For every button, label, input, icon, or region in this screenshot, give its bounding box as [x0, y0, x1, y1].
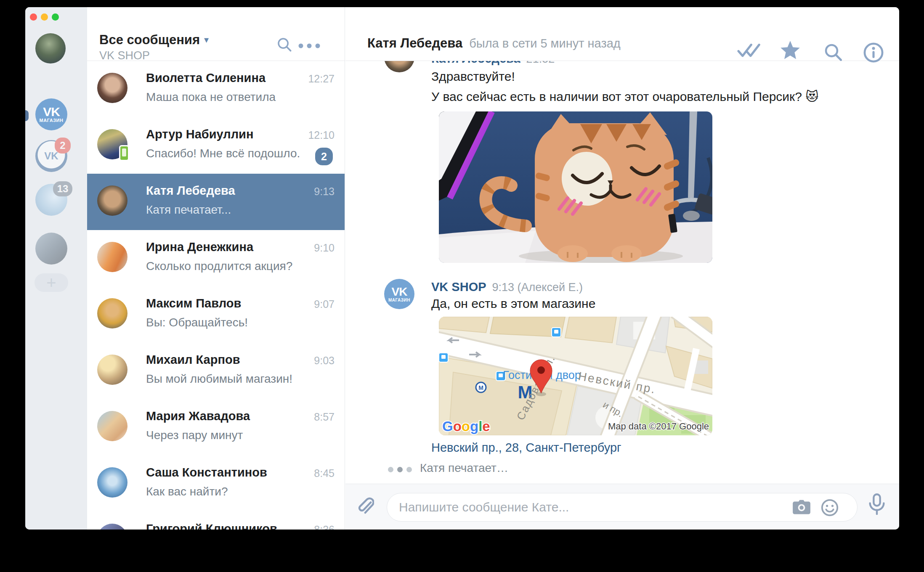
bus-stop-icon	[439, 353, 448, 362]
bus-stop-icon	[552, 328, 561, 337]
unread-badge: 2	[55, 138, 71, 154]
avatar[interactable]	[384, 61, 414, 72]
minimize-window-button[interactable]	[41, 13, 48, 21]
chat-row-artur[interactable]: Артур Набиуллин Спасибо! Мне всё подошло…	[87, 117, 345, 174]
window-controls	[30, 13, 59, 21]
avatar	[97, 185, 127, 216]
avatar	[97, 355, 127, 385]
message-text: Да, он есть в этом магазине	[431, 297, 595, 311]
message-text: У вас сейчас есть в наличии вот этот оча…	[431, 89, 819, 104]
unread-badge: 2	[315, 148, 333, 165]
typing-dots	[388, 467, 412, 472]
sidebar-item-vk-shop[interactable]: VK МАГАЗИН	[35, 98, 67, 130]
favorites-star-icon[interactable]	[780, 41, 800, 60]
zoom-window-button[interactable]	[52, 13, 59, 21]
avatar	[97, 242, 127, 272]
avatar	[97, 73, 127, 103]
vk-shop-avatar: VK МАГАЗИН	[35, 98, 67, 130]
author-link[interactable]: VK SHOP	[431, 280, 486, 294]
current-community-label: VK SHOP	[99, 49, 150, 62]
avatar	[97, 411, 127, 441]
conversation-panel: Катя Лебедевабыла в сети 5 минут назад К…	[345, 7, 899, 530]
vk-logo: VK	[392, 286, 407, 298]
mark-read-icon[interactable]	[737, 42, 761, 58]
search-in-chat-icon[interactable]	[823, 42, 843, 62]
sidebar-item-community-2[interactable]	[35, 233, 67, 265]
user-avatar[interactable]	[35, 33, 66, 64]
address-link[interactable]: Невский пр., 28, Санкт-Петербург	[431, 441, 621, 455]
svg-text:М: М	[478, 384, 483, 391]
voice-message-mic-icon[interactable]	[868, 493, 885, 519]
typing-status: Катя печатает…	[420, 461, 508, 475]
map-attribution: Map data ©2017 Google	[608, 421, 709, 432]
peer-status: была в сети 5 минут назад	[469, 37, 621, 50]
heart-eyes-cat-emoji: 😻	[805, 90, 818, 103]
avatar	[97, 467, 127, 498]
google-logo[interactable]: Google	[442, 418, 490, 434]
community-avatar	[35, 233, 67, 265]
more-options-icon[interactable]	[298, 43, 320, 48]
chat-row-irina[interactable]: Ирина Денежкина Сколько продлится акция?…	[87, 230, 345, 286]
message-input[interactable]	[398, 493, 768, 521]
smiley-icon[interactable]	[821, 499, 839, 516]
search-icon[interactable]	[276, 37, 292, 53]
chat-list-panel: Все сообщения▾ VK SHOP Виолетта Силенина…	[87, 7, 345, 530]
sidebar-item-community[interactable]: 13	[35, 184, 67, 216]
photo-attachment-plush-cat[interactable]	[439, 111, 712, 263]
metro-station-icon: М	[476, 382, 486, 392]
vk-shop-avatar[interactable]: VK МАГАЗИН	[384, 279, 414, 309]
chat-row-maria[interactable]: Мария Жавадова Через пару минут 8:57	[87, 399, 345, 455]
peer-name[interactable]: Катя Лебедевабыла в сети 5 минут назад	[367, 36, 621, 51]
chat-row-maksim[interactable]: Максим Павлов Вы: Обращайтесь! 9:07	[87, 286, 345, 343]
info-icon[interactable]	[863, 42, 884, 63]
avatar	[35, 33, 66, 64]
chat-row-mikhail[interactable]: Михаил Карпов Вы мой любимый магазин! 9:…	[87, 343, 345, 399]
communities-rail: VK МАГАЗИН VK 2 13 +	[25, 7, 87, 530]
map-attachment[interactable]: М М Гостиный двор Невский пр. Садовая ул…	[439, 317, 712, 435]
avatar	[97, 524, 127, 530]
filter-dropdown[interactable]: Все сообщения▾	[99, 32, 209, 48]
author-link[interactable]: Катя Лебедева	[431, 61, 520, 65]
avatar	[97, 129, 127, 159]
message-history[interactable]: Катя Лебедева21:52 Здравствуйте! У вас с…	[345, 61, 899, 484]
add-community-button[interactable]: +	[35, 273, 68, 292]
avatar	[97, 298, 127, 328]
message-text: Здравствуйте!	[431, 69, 515, 84]
chat-row-katya-selected[interactable]: Катя Лебедева Катя печатает... 9:13	[87, 174, 345, 230]
sidebar-item-vkfest[interactable]: VK 2	[35, 140, 67, 172]
vk-logo: VK	[43, 106, 60, 118]
vk-messenger-window: VK МАГАЗИН VK 2 13 + Все сообщения▾ VK S…	[25, 7, 899, 530]
mobile-online-icon	[119, 145, 129, 161]
camera-icon[interactable]	[792, 499, 811, 515]
close-window-button[interactable]	[30, 13, 37, 21]
unread-badge: 13	[53, 181, 72, 196]
message-time: 9:13 (Алексей Е.)	[492, 281, 583, 294]
message-author-row: Катя Лебедева21:52	[431, 61, 555, 66]
message-input-field[interactable]	[387, 493, 858, 522]
message-time: 21:52	[526, 61, 555, 65]
conversation-header: Катя Лебедевабыла в сети 5 минут назад	[345, 7, 899, 61]
chat-row-sasha[interactable]: Саша Константинов Как вас найти? 8:45	[87, 455, 345, 512]
chevron-down-icon: ▾	[204, 34, 209, 45]
chat-row-grigoriy[interactable]: Григорий Клюшников 8:36	[87, 512, 345, 530]
attach-paperclip-icon[interactable]	[356, 497, 374, 517]
message-author-row: VK SHOP9:13 (Алексей Е.)	[431, 280, 583, 294]
chat-row-violetta[interactable]: Виолетта Силенина Маша пока не ответила …	[87, 61, 345, 117]
chat-rows: Виолетта Силенина Маша пока не ответила …	[87, 61, 345, 530]
chat-list-header: Все сообщения▾ VK SHOP	[87, 7, 345, 61]
screen: VK МАГАЗИН VK 2 13 + Все сообщения▾ VK S…	[0, 0, 924, 572]
active-community-indicator	[25, 110, 29, 121]
message-composer	[345, 484, 899, 530]
